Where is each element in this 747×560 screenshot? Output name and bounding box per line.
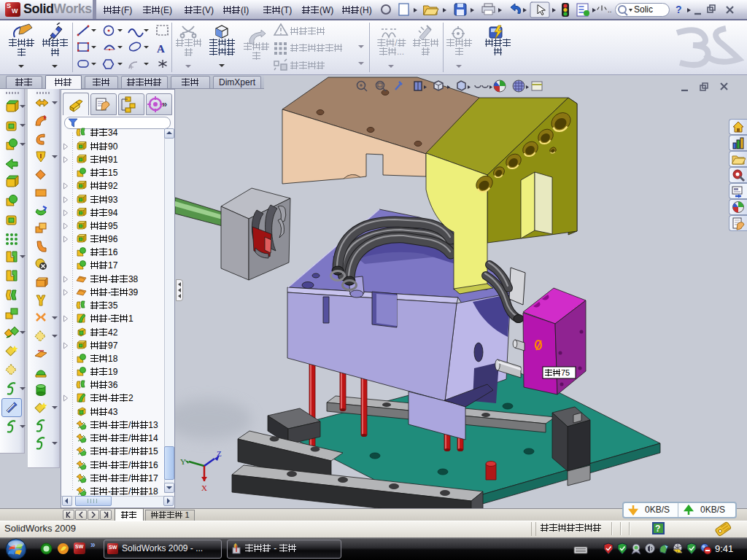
svg-text:Y: Y bbox=[180, 457, 186, 466]
svg-text:A: A bbox=[157, 43, 165, 55]
svg-text:..: .. bbox=[608, 6, 612, 14]
svg-text:X: X bbox=[201, 483, 207, 492]
svg-text:Z: Z bbox=[217, 449, 222, 458]
